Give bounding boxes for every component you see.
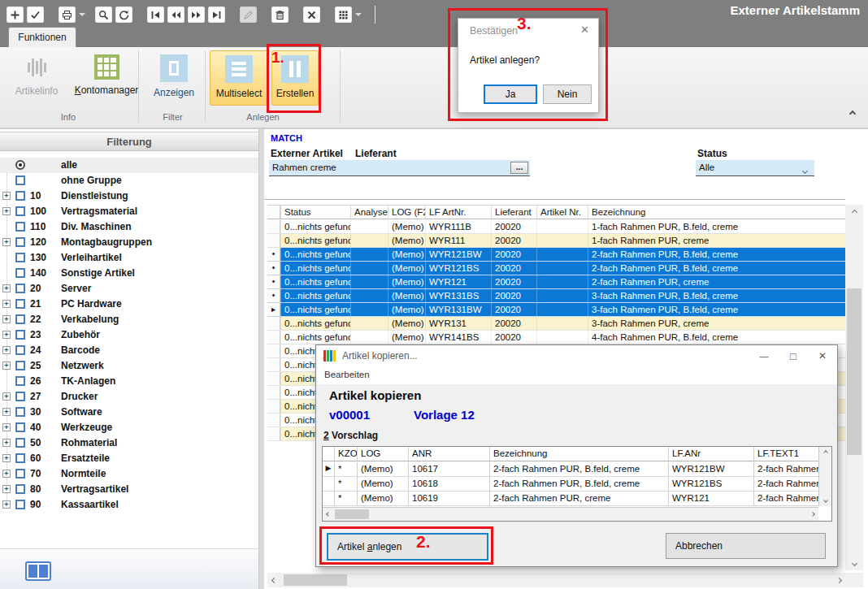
table-row-current[interactable]: ▶*(Memo)106172-fach Rahmen PUR, B.feld, … [323,462,818,477]
kontomanager-button[interactable]: Kontomanager [68,50,145,106]
expand-icon[interactable] [2,331,11,339]
sidebar-item-90[interactable]: 90Kassaartikel [0,497,258,513]
checkbox-icon[interactable] [15,206,25,216]
checkbox-icon[interactable] [15,284,25,293]
sidebar-item-22[interactable]: 22Verkabelung [0,312,258,327]
anzeigen-button[interactable]: Anzeigen [148,50,200,106]
checkbox-icon[interactable] [15,237,25,247]
close-icon[interactable] [303,6,320,23]
lieferant-lookup-button[interactable]: ... [510,162,528,174]
column-log[interactable]: LOG [357,447,408,461]
scrollbar-thumb[interactable] [847,288,861,455]
column-anr[interactable]: ANR [408,447,489,461]
expand-icon[interactable] [2,284,11,292]
checkbox-icon[interactable] [15,422,25,432]
search-icon[interactable] [95,6,112,23]
sidebar-item-26[interactable]: 26TK-Anlagen [0,374,258,389]
table-row[interactable]: *(Memo)106192-fach Rahmen PUR, cremeWYR1… [323,492,818,506]
delete-icon[interactable] [271,6,289,23]
scroll-up-icon[interactable] [819,447,831,458]
scroll-up-icon[interactable] [845,205,863,219]
multiselect-button[interactable]: Multiselect [210,50,268,106]
check-icon[interactable] [27,6,44,23]
table-row-selected[interactable]: •0...nichts gefunden(Memo)WYR131BS200203… [267,289,845,303]
close-icon[interactable]: ✕ [808,345,837,366]
sidebar-item-40[interactable]: 40Werkzeuge [0,420,258,435]
close-icon[interactable]: ✕ [580,24,589,36]
horizontal-scrollbar[interactable] [267,573,845,587]
column-bezeichnung[interactable]: Bezeichnung [489,447,668,461]
tab-funktionen[interactable]: Funktionen [8,27,76,47]
table-row-current[interactable]: ▸0...nichts gefunden(Memo)WYR131BW200203… [267,303,845,317]
column-lf-anr[interactable]: LF.ANr [668,447,753,461]
expand-icon[interactable] [2,470,11,478]
expand-icon[interactable] [2,500,11,509]
sidebar-item-110[interactable]: 110Div. Maschinen [0,219,258,235]
scroll-down-icon[interactable] [819,495,831,506]
expand-icon[interactable] [2,207,11,215]
column-lf-text1[interactable]: LF.TEXT1 [753,447,819,461]
column-lieferant[interactable]: Lieferant [491,206,536,219]
layout-panels-icon[interactable] [25,561,51,581]
expand-icon[interactable] [2,238,11,246]
expand-icon[interactable] [2,454,11,462]
scrollbar-thumb[interactable] [335,509,369,519]
expand-icon[interactable] [2,423,11,431]
expand-icon[interactable] [2,392,11,401]
checkbox-icon[interactable] [15,222,25,232]
go-first-icon[interactable] [147,6,164,23]
sidebar-item-80[interactable]: 80Vertragsartikel [0,482,258,497]
table-row[interactable]: 0...nichts gefunden(Memo)WYR141BS200204-… [267,331,845,344]
print-icon[interactable] [59,6,76,23]
checkbox-icon[interactable] [15,407,25,417]
table-row-selected[interactable]: •0...nichts gefunden(Memo)WYR121BW200202… [267,248,845,262]
expand-icon[interactable] [2,362,11,370]
checkbox-icon[interactable] [15,175,25,185]
checkbox-icon[interactable] [15,453,25,463]
erstellen-button[interactable]: Erstellen [271,50,319,106]
expand-icon[interactable] [2,315,11,323]
go-last-icon[interactable] [208,6,225,23]
lieferant-input[interactable]: ... [354,160,530,176]
scroll-down-icon[interactable] [845,556,863,570]
checkbox-icon[interactable] [15,500,25,509]
add-icon[interactable] [7,6,24,23]
sidebar-item-20[interactable]: 20Server [0,281,258,297]
sidebar-item-alle[interactable]: alle [0,158,258,173]
sidebar-item-24[interactable]: 24Barcode [0,343,258,358]
column-kzok[interactable]: KZOK [334,447,357,461]
checkbox-icon[interactable] [15,314,25,324]
ja-button[interactable]: Ja [484,84,537,104]
scroll-right-icon[interactable] [832,573,845,587]
minimize-icon[interactable]: — [749,345,779,366]
sidebar-item-23[interactable]: 23Zubehör [0,327,258,343]
scroll-right-icon[interactable] [807,508,818,521]
dialog-title-bar[interactable]: Artikel kopieren... — □ ✕ [316,345,837,366]
checkbox-icon[interactable] [15,376,25,386]
checkbox-icon[interactable] [15,191,25,201]
checkbox-icon[interactable] [15,438,25,448]
column-analyse[interactable]: Analyse [350,206,388,219]
sidebar-item-30[interactable]: 30Software [0,405,258,420]
sidebar-item-21[interactable]: 21PC Hardware [0,297,258,312]
checkbox-icon[interactable] [15,345,25,355]
abbrechen-button[interactable]: Abbrechen [666,533,826,559]
grid-menu-arrow-icon[interactable] [355,13,362,16]
sidebar-item-120[interactable]: 120Montagbaugruppen [0,235,258,250]
print-menu-arrow-icon[interactable] [79,13,85,16]
go-next-icon[interactable] [188,6,205,23]
sidebar-item-130[interactable]: 130Verleihartikel [0,250,258,266]
sidebar-item-27[interactable]: 27Drucker [0,389,258,405]
sidebar-item-70[interactable]: 70Normteile [0,466,258,482]
scroll-left-icon[interactable] [323,508,334,521]
menu-bearbeiten[interactable]: Bearbeiten [316,366,837,384]
scroll-left-icon[interactable] [267,573,280,587]
table-row[interactable]: 0...nichts gefunden(Memo)WYR131200203-fa… [267,317,845,331]
go-previous-icon[interactable] [167,6,184,23]
column-artikel-nr[interactable]: Artikel Nr. [536,206,588,219]
table-row[interactable]: 0...nichts gefunden(Memo)WYR111200201-fa… [267,234,845,248]
column-log[interactable]: LOG (F2) [388,206,425,219]
expand-icon[interactable] [2,408,11,416]
refresh-icon[interactable] [115,6,132,23]
status-select[interactable]: Alle [696,160,814,176]
